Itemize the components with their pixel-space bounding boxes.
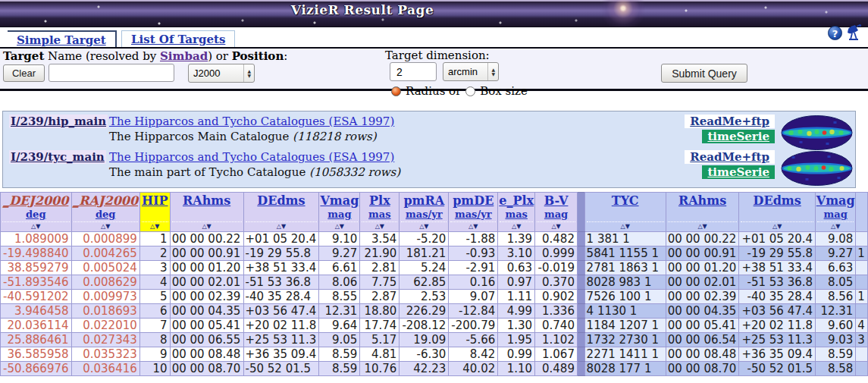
catalogue-subtitle: The main part of Tycho Catalogue — [109, 165, 309, 179]
cell: 1.067 — [535, 347, 578, 362]
clear-button[interactable]: Clear — [3, 64, 45, 82]
cell: 0.022010 — [71, 319, 139, 333]
catalogue-id-link[interactable]: I/239/tyc_main — [9, 150, 106, 164]
equinox-selected-value: J2000 — [189, 67, 243, 79]
sort-arrows-icon[interactable]: △▼ — [142, 221, 168, 231]
column-label-link[interactable]: B-V — [544, 193, 569, 208]
equinox-select[interactable]: J2000 ▲▼ — [188, 64, 255, 83]
column-label-link[interactable]: Vmag — [320, 193, 359, 208]
tab-simple-target[interactable]: Simple Target — [8, 30, 117, 47]
column-unit-link[interactable]: mag — [824, 209, 848, 220]
column-label-link[interactable]: pmDE — [453, 193, 494, 208]
column-unit-link[interactable]: mas/yr — [406, 209, 443, 220]
timeserie-button[interactable]: timeSerie — [702, 130, 775, 143]
sort-arrows-icon[interactable]: △▼ — [401, 221, 447, 231]
cell: 10 — [139, 362, 170, 376]
column-label-link[interactable]: Vmag — [816, 193, 855, 208]
catalogue-title-link[interactable]: The Hipparcos and Tycho Catalogues (ESA … — [109, 150, 394, 164]
submit-query-button[interactable]: Submit Query — [661, 64, 747, 83]
table-row: 1.0890090.000899100 00 00.22+01 05 20.49… — [1, 232, 868, 246]
target-name-input[interactable] — [49, 64, 174, 82]
catalogue-id-link[interactable]: I/239/hip_main — [9, 115, 108, 128]
satellite-dish-icon[interactable] — [845, 24, 863, 42]
column-label-link[interactable]: pmRA — [403, 193, 444, 208]
column-unit-link[interactable]: mag — [327, 209, 351, 220]
tab-bar: Simple Target List Of Targets — [0, 30, 868, 47]
catalogue-title-link[interactable]: The Hipparcos and Tycho Catalogues (ESA … — [109, 115, 394, 128]
column-label-link[interactable]: TYC — [612, 193, 639, 208]
cell: 7.75 — [360, 275, 400, 290]
cell: -0.93 — [449, 246, 498, 261]
sort-arrows-icon[interactable]: △▼ — [500, 221, 533, 231]
sky-coverage-map[interactable] — [779, 151, 855, 186]
cell: 3.54 — [360, 232, 400, 246]
column-label-link[interactable]: _RAJ2000 — [73, 193, 138, 208]
table-row: -40.5912020.009973500 00 02.39-40 35 28.… — [1, 290, 868, 304]
column-unit-link[interactable]: mas — [368, 209, 391, 220]
column-unit-link[interactable]: deg — [26, 209, 45, 220]
spinner-icon[interactable]: ▲▼ — [243, 64, 254, 82]
column-unit-link[interactable]: mag — [544, 209, 568, 220]
readme-ftp-button[interactable]: ReadMe+ftp — [685, 150, 775, 164]
target-dimension-input[interactable] — [390, 62, 437, 81]
readme-ftp-label[interactable]: ReadMe+ftp — [690, 115, 769, 128]
cell: 21.90 — [360, 246, 400, 261]
table-divider-cell — [577, 290, 584, 304]
simbad-link[interactable]: Simbad — [160, 49, 208, 63]
tab-list-of-targets[interactable]: List Of Targets — [121, 30, 235, 47]
column-label-link[interactable]: DEdms — [257, 193, 305, 208]
cell: 0.16 — [449, 275, 498, 290]
timeserie-label[interactable]: timeSerie — [707, 130, 769, 143]
sort-arrows-icon[interactable]: △▼ — [668, 221, 738, 231]
readme-ftp-label[interactable]: ReadMe+ftp — [690, 150, 769, 164]
tab-list-of-targets-label[interactable]: List Of Targets — [131, 33, 225, 46]
column-label-link[interactable]: HIP — [142, 193, 168, 208]
sort-arrows-icon[interactable]: △▼ — [362, 221, 397, 231]
spinner-icon[interactable]: ▲▼ — [487, 63, 498, 80]
cell: 00 00 01.20 — [170, 261, 243, 275]
cell: +20 02 11.8 — [243, 319, 319, 333]
timeserie-label[interactable]: timeSerie — [707, 165, 769, 179]
help-question-icon[interactable]: ? — [828, 26, 842, 40]
cell: -5.66 — [449, 333, 498, 347]
radius-radio[interactable] — [391, 86, 401, 96]
cell: 00 00 04.35 — [666, 304, 739, 319]
sky-coverage-map[interactable] — [779, 115, 855, 150]
column-unit-link[interactable]: mas/yr — [455, 209, 492, 220]
cell: 3.10 — [498, 246, 535, 261]
box-size-radio[interactable] — [465, 86, 475, 96]
cell: 9.60 — [816, 319, 856, 333]
column-label-link[interactable]: Plx — [369, 193, 390, 208]
unit-select[interactable]: arcmin ▲▼ — [443, 62, 499, 81]
tab-simple-target-label[interactable]: Simple Target — [17, 33, 106, 47]
column-label-link[interactable]: _DEJ2000 — [3, 193, 68, 208]
cell: 00 00 06.54 — [666, 333, 739, 347]
column-unit-link[interactable]: mas — [505, 209, 528, 220]
sort-arrows-icon[interactable]: △▼ — [172, 221, 242, 231]
column-label-link[interactable]: RAhms — [183, 193, 230, 208]
column-label-link[interactable]: DEdms — [754, 193, 801, 208]
table-divider-cell — [577, 232, 584, 246]
timeserie-button[interactable]: timeSerie — [702, 165, 775, 179]
sort-arrows-icon[interactable]: △▼ — [2, 221, 70, 231]
position-word: Position — [232, 49, 284, 63]
cell: -5.20 — [400, 232, 449, 246]
sort-arrows-icon[interactable]: △▼ — [741, 221, 813, 231]
cell: 9.64 — [319, 319, 360, 333]
cell: 8 — [139, 333, 170, 347]
catalogues-panel: I/239/hip_main The Hipparcos and Tycho C… — [2, 111, 856, 188]
column-unit-link[interactable]: deg — [96, 209, 115, 220]
sort-arrows-icon[interactable]: △▼ — [246, 221, 318, 231]
sort-arrows-icon[interactable]: △▼ — [321, 221, 358, 231]
cell: 12.31 — [319, 304, 360, 319]
cell: -200.79 — [449, 319, 498, 333]
sort-arrows-icon[interactable]: △▼ — [74, 221, 138, 231]
sort-arrows-icon[interactable]: △▼ — [450, 221, 496, 231]
sort-arrows-icon[interactable]: △▼ — [537, 221, 575, 231]
column-label-link[interactable]: RAhms — [678, 193, 726, 208]
column-label-link[interactable]: e_Plx — [499, 193, 534, 208]
readme-ftp-button[interactable]: ReadMe+ftp — [685, 115, 775, 128]
sort-arrows-icon[interactable]: △▼ — [587, 221, 664, 231]
sort-arrows-icon[interactable]: △▼ — [817, 221, 854, 231]
cell: 20.036114 — [1, 319, 72, 333]
